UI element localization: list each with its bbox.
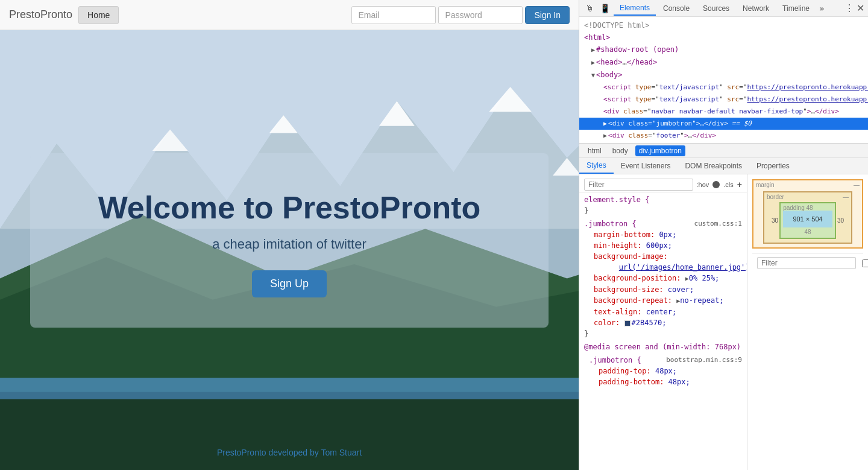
styles-tab-properties[interactable]: Properties [749,158,797,174]
box-margin: margin — border — 30 [752,179,863,249]
padding-row: 30 padding 48 901 × 504 48 [770,202,845,239]
jumbotron-content: Welcome to PrestoPronto a cheap imitatio… [0,30,579,470]
dom-line-script1[interactable]: <script type="text/javascript" src="http… [579,81,868,94]
dom-line-head[interactable]: ▶<head>…</head> [579,56,868,69]
breadcrumb-html[interactable]: html [584,145,605,156]
tab-network[interactable]: Network [737,2,775,15]
styles-panel: Styles Event Listeners DOM Breakpoints P… [579,158,868,470]
margin-label: margin [756,182,775,188]
breadcrumb-jumbotron[interactable]: div.jumbotron [635,145,685,156]
dom-line-doctype[interactable]: <!DOCTYPE html> [579,19,868,31]
css-source-bootstrap[interactable]: bootstrap.min.css:9 [666,355,742,366]
padding-box: padding 48 901 × 504 48 [779,202,836,239]
navbar: PrestoPronto Home Sign In [0,0,579,30]
dom-tree: <!DOCTYPE html> <html> ▶#shadow-root (op… [579,17,868,144]
devtools-close-area: ⋮ ✕ [844,2,864,14]
css-source-custom[interactable]: custom.css:1 [694,218,742,229]
tabs-more-icon[interactable]: » [817,2,826,14]
padding-left: 30 [770,202,779,239]
signin-button[interactable]: Sign In [525,6,570,24]
devtools-toolbar: 🖰 📱 Elements Console Sources Network Tim… [579,0,868,17]
inspect-icon-btn[interactable]: 🖰 [583,2,596,14]
device-icon-btn[interactable]: 📱 [597,2,612,14]
main-layout: PrestoPronto Home Sign In [0,0,868,470]
filter-input[interactable] [584,179,693,191]
box-content: 901 × 504 [783,211,832,227]
padding-label: padding 48 [783,205,813,211]
dom-line-body[interactable]: ▼<body> [579,69,868,81]
dom-line-html[interactable]: <html> [579,31,868,43]
brand-link[interactable]: PrestoPronto [9,8,72,21]
box-model-panel: margin — border — 30 [747,174,868,470]
dom-line-script2[interactable]: <script type="text/javascript" src="http… [579,94,868,106]
footer-link[interactable]: PrestoPronto developed by Tom Stuart [217,448,362,457]
site-footer: PrestoPronto developed by Tom Stuart [0,447,579,458]
jumbotron-title: Welcome to PrestoPronto [78,189,500,226]
padding-right: 30 [836,202,845,239]
signup-button[interactable]: Sign Up [252,270,327,297]
filter-bottom-input[interactable] [757,257,856,269]
tab-elements[interactable]: Elements [614,1,656,16]
devtools-pane: 🖰 📱 Elements Console Sources Network Tim… [579,0,868,470]
filter-add-btn[interactable]: + [737,180,742,189]
navbar-form: Sign In [351,6,570,24]
navbar-nav: Home [78,6,119,24]
css-rule-element-style: element.style { } [579,193,747,217]
margin-dash-top: — [854,182,860,188]
css-rule-media: @media screen and (min-width: 768px) [579,340,747,354]
styles-tab-styles[interactable]: Styles [579,158,614,174]
devtools-menu-btn[interactable]: ⋮ [844,2,854,14]
padding-bottom-label: 48 [783,229,832,235]
styles-main: :hov .cls + element.style { } .jumbotron… [579,174,868,470]
show-all-checkbox[interactable] [862,259,868,267]
jumbotron-subtitle: a cheap imitation of twitter [78,237,500,252]
password-input[interactable] [438,6,523,24]
jumbotron-box: Welcome to PrestoPronto a cheap imitatio… [30,153,549,328]
box-model-diagram: margin — border — 30 [752,179,863,272]
jumbotron: Welcome to PrestoPronto a cheap imitatio… [0,30,579,470]
breadcrumb-bar: html body div.jumbotron [579,144,868,158]
devtools-close-btn[interactable]: ✕ [857,2,864,14]
dom-line-footer[interactable]: ▶<div class="footer">…</div> [579,130,868,142]
tab-timeline[interactable]: Timeline [776,2,816,15]
dom-line-shadow-root[interactable]: ▶#shadow-root (open) [579,43,868,56]
filter-cls-btn[interactable]: .cls [723,181,734,188]
tab-console[interactable]: Console [657,2,696,15]
filter-dot-icon [712,181,720,188]
tab-sources[interactable]: Sources [697,2,735,15]
css-rule-jumbotron-bootstrap: .jumbotron { bootstrap.min.css:9 padding… [579,354,747,389]
email-input[interactable] [351,6,436,24]
css-rule-jumbotron: .jumbotron { custom.css:1 margin-bottom:… [579,217,747,340]
home-nav-item[interactable]: Home [78,6,119,24]
box-border: border — 30 padding 48 90 [763,191,852,244]
border-label: border [767,194,784,200]
filter-bottom-bar: Show all [752,253,863,272]
border-dash-top: — [843,194,849,200]
dom-line-navbar[interactable]: <div class="navbar navbar-default navbar… [579,106,868,118]
breadcrumb-body[interactable]: body [609,145,632,156]
filter-hov-btn[interactable]: :hov [697,181,709,188]
website-pane: PrestoPronto Home Sign In [0,0,579,470]
dom-line-jumbotron[interactable]: ▶<div class="jumbotron">…</div>== $0 [579,118,868,130]
styles-tab-event-listeners[interactable]: Event Listeners [614,158,678,174]
styles-tab-dom-breakpoints[interactable]: DOM Breakpoints [678,158,749,174]
filter-bar: :hov .cls + [579,177,747,193]
css-panel: :hov .cls + element.style { } .jumbotron… [579,174,747,470]
styles-tabs: Styles Event Listeners DOM Breakpoints P… [579,158,868,174]
padding-inner: padding 48 901 × 504 48 [779,202,836,239]
